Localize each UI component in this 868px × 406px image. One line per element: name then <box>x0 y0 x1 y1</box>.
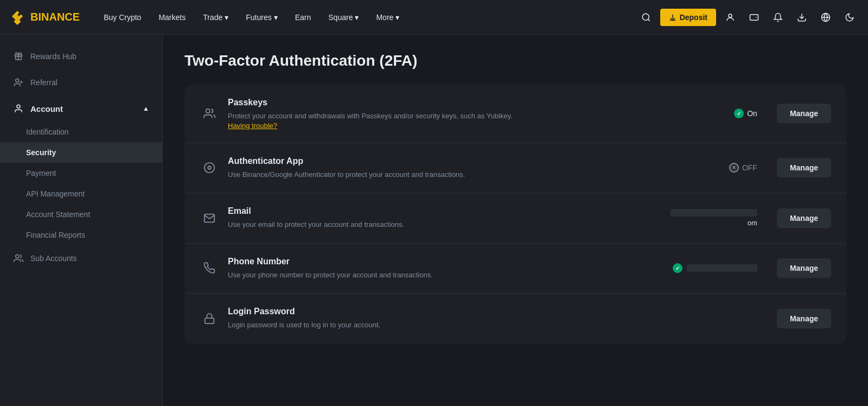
sidebar-item-identification[interactable]: Identification <box>0 122 162 142</box>
nav-right: Deposit <box>636 8 859 27</box>
page-title: Two-Factor Authentication (2FA) <box>184 52 846 69</box>
logo-text: BINANCE <box>30 11 80 23</box>
passkeys-status: On <box>681 109 757 118</box>
sidebar-item-payment[interactable]: Payment <box>0 163 162 183</box>
phone-masked-number <box>687 264 757 272</box>
profile-icon[interactable] <box>720 8 740 27</box>
phone-status <box>673 263 757 273</box>
phone-row: Phone Number Use your phone number to pr… <box>184 244 846 294</box>
email-icon <box>200 208 219 228</box>
sidebar: Rewards Hub Referral Account ▲ <box>0 35 163 406</box>
password-row: Login Password Login password is used to… <box>184 294 846 344</box>
password-description: Login password is used to log in to your… <box>228 320 673 331</box>
authenticator-row: Authenticator App Use Binance/Google Aut… <box>184 143 846 194</box>
email-info: Email Use your email to protect your acc… <box>228 206 662 230</box>
phone-value <box>673 263 757 273</box>
main-layout: Rewards Hub Referral Account ▲ <box>0 35 868 406</box>
main-content: Two-Factor Authentication (2FA) Passkeys… <box>163 35 868 406</box>
email-value: om <box>671 209 757 227</box>
globe-icon[interactable] <box>816 8 835 27</box>
nav-more[interactable]: More ▾ <box>369 9 406 26</box>
chevron-down-icon: ▾ <box>225 13 228 22</box>
svg-point-11 <box>206 109 210 113</box>
account-sub-menu: Identification Security Payment API Mana… <box>0 122 162 245</box>
passkeys-info: Passkeys Protect your account and withdr… <box>228 98 673 130</box>
deposit-button[interactable]: Deposit <box>660 9 716 26</box>
passkeys-row: Passkeys Protect your account and withdr… <box>184 85 846 143</box>
phone-icon <box>200 258 219 278</box>
svg-point-13 <box>208 167 211 170</box>
email-title: Email <box>228 206 662 216</box>
status-off-indicator: OFF <box>729 163 757 173</box>
svg-point-9 <box>17 105 20 108</box>
2fa-card: Passkeys Protect your account and withdr… <box>184 85 846 344</box>
sidebar-item-referral[interactable]: Referral <box>0 69 162 96</box>
passkeys-link[interactable]: Having trouble? <box>228 122 673 130</box>
passkeys-description: Protect your account and withdrawals wit… <box>228 111 673 122</box>
status-gray-dot <box>729 163 739 173</box>
svg-point-12 <box>205 163 214 173</box>
rewards-hub-icon <box>13 51 24 62</box>
authenticator-info: Authenticator App Use Binance/Google Aut… <box>228 156 673 180</box>
password-info: Login Password Login password is used to… <box>228 307 673 331</box>
email-row: Email Use your email to protect your acc… <box>184 193 846 244</box>
nav-earn[interactable]: Earn <box>289 9 318 26</box>
svg-point-6 <box>16 79 19 82</box>
wallet-icon[interactable] <box>744 8 764 27</box>
svg-point-1 <box>729 14 732 17</box>
sidebar-item-rewards-hub[interactable]: Rewards Hub <box>0 43 162 69</box>
nav-square[interactable]: Square ▾ <box>322 9 365 26</box>
logo[interactable]: BINANCE <box>9 9 80 26</box>
nav-trade[interactable]: Trade ▾ <box>196 9 235 26</box>
search-button[interactable] <box>636 8 656 27</box>
bell-icon[interactable] <box>768 8 788 27</box>
phone-description: Use your phone number to protect your ac… <box>228 270 664 281</box>
sidebar-item-account-statement[interactable]: Account Statement <box>0 204 162 225</box>
chevron-down-icon: ▾ <box>274 13 278 22</box>
status-green-dot <box>734 109 744 118</box>
password-icon <box>200 309 219 328</box>
svg-point-10 <box>16 255 19 258</box>
sidebar-item-security[interactable]: Security <box>0 142 162 163</box>
nav-markets[interactable]: Markets <box>152 9 192 26</box>
email-suffix: om <box>748 219 757 227</box>
sidebar-item-api-management[interactable]: API Management <box>0 183 162 204</box>
nav-buy-crypto[interactable]: Buy Crypto <box>97 9 148 26</box>
theme-toggle[interactable] <box>840 8 859 27</box>
phone-active-dot <box>673 263 682 273</box>
account-icon <box>13 103 24 114</box>
chevron-up-icon: ▲ <box>143 105 149 112</box>
status-on-indicator: On <box>734 109 757 118</box>
phone-title: Phone Number <box>228 257 664 267</box>
svg-point-0 <box>642 14 649 20</box>
password-title: Login Password <box>228 307 673 316</box>
email-status: om <box>671 209 757 227</box>
authenticator-manage-button[interactable]: Manage <box>777 158 831 177</box>
email-masked-value <box>671 209 757 217</box>
passkeys-title: Passkeys <box>228 98 673 107</box>
authenticator-title: Authenticator App <box>228 156 673 166</box>
authenticator-description: Use Binance/Google Authenticator to prot… <box>228 169 673 180</box>
svg-rect-14 <box>205 318 214 323</box>
password-manage-button[interactable]: Manage <box>777 309 831 328</box>
referral-icon <box>13 77 24 88</box>
authenticator-icon <box>200 158 219 177</box>
nav-futures[interactable]: Futures ▾ <box>239 9 284 26</box>
sidebar-item-financial-reports[interactable]: Financial Reports <box>0 225 162 245</box>
email-description: Use your email to protect your account a… <box>228 219 662 230</box>
passkeys-manage-button[interactable]: Manage <box>777 104 831 123</box>
sidebar-item-sub-accounts[interactable]: Sub Accounts <box>0 245 162 271</box>
sidebar-account-section[interactable]: Account ▲ <box>0 96 162 122</box>
phone-info: Phone Number Use your phone number to pr… <box>228 257 664 281</box>
svg-rect-2 <box>750 14 758 20</box>
email-manage-button[interactable]: Manage <box>777 208 831 228</box>
chevron-down-icon: ▾ <box>395 13 399 22</box>
passkeys-icon <box>200 104 219 123</box>
top-navigation: BINANCE Buy Crypto Markets Trade ▾ Futur… <box>0 0 868 35</box>
download-icon[interactable] <box>792 8 812 27</box>
phone-manage-button[interactable]: Manage <box>777 258 831 278</box>
sub-accounts-icon <box>13 253 24 264</box>
authenticator-status: OFF <box>681 163 757 173</box>
chevron-down-icon: ▾ <box>355 13 359 22</box>
